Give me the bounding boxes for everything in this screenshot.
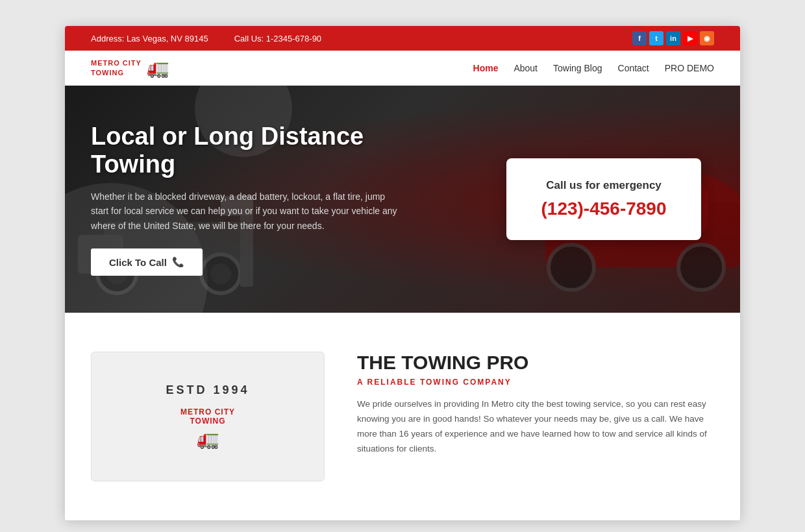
about-image-box: ESTD 1994 METRO CITY TOWING 🚛 [91, 352, 325, 481]
emergency-label: Call us for emergency [532, 179, 675, 192]
logo-text: METRO CITY TOWING [91, 58, 142, 77]
svg-point-11 [549, 245, 594, 290]
nav-home[interactable]: Home [473, 63, 499, 73]
about-logo-mini: METRO CITY TOWING 🚛 [180, 407, 235, 450]
top-bar: Address: Las Vegas, NV 89145 Call Us: 1-… [65, 26, 740, 51]
nav-blog[interactable]: Towing Blog [553, 63, 602, 73]
about-section: ESTD 1994 METRO CITY TOWING 🚛 THE TOWING… [65, 313, 740, 520]
social-links: f t in ▶ ◉ [632, 31, 714, 45]
about-description: We pride ourselves in providing In Metro… [357, 397, 714, 457]
nav-contact[interactable]: Contact [618, 63, 649, 73]
logo-truck-icon: 🚛 [147, 57, 169, 79]
emergency-card: Call us for emergency (123)-456-7890 [506, 158, 701, 240]
youtube-icon[interactable]: ▶ [683, 31, 697, 45]
svg-point-12 [678, 245, 724, 290]
nav-links: Home About Towing Blog Contact PRO DEMO [473, 63, 714, 73]
hero-content: Local or Long Distance Towing Whether it… [65, 123, 428, 276]
address-text: Address: Las Vegas, NV 89145 [91, 34, 208, 43]
nav-pro-demo[interactable]: PRO DEMO [665, 63, 714, 73]
hero-description: Whether it be a blocked driveway, a dead… [91, 189, 402, 233]
hero-section: Local or Long Distance Towing Whether it… [65, 86, 740, 313]
top-bar-left: Address: Las Vegas, NV 89145 Call Us: 1-… [91, 34, 321, 43]
call-text: Call Us: 1-2345-678-90 [234, 34, 321, 43]
twitter-icon[interactable]: t [649, 31, 663, 45]
rss-icon[interactable]: ◉ [700, 31, 714, 45]
estd-text: ESTD 1994 [166, 383, 249, 397]
linkedin-icon[interactable]: in [666, 31, 680, 45]
about-text: THE TOWING PRO A RELIABLE TOWING COMPANY… [357, 352, 714, 457]
cta-label: Click To Call [109, 257, 167, 268]
nav-about[interactable]: About [514, 63, 538, 73]
about-logo-mini-line1: METRO CITY [180, 407, 235, 417]
facebook-icon[interactable]: f [632, 31, 647, 45]
about-logo-truck-icon: 🚛 [197, 428, 219, 450]
about-subtitle: A RELIABLE TOWING COMPANY [357, 378, 714, 387]
click-to-call-button[interactable]: Click To Call 📞 [91, 248, 203, 276]
about-logo-mini-line2: TOWING [190, 417, 225, 426]
logo: METRO CITY TOWING 🚛 [91, 57, 169, 79]
nav-bar: METRO CITY TOWING 🚛 Home About Towing Bl… [65, 51, 740, 86]
phone-icon: 📞 [172, 256, 184, 268]
emergency-phone: (123)-456-7890 [532, 199, 675, 219]
browser-frame: Address: Las Vegas, NV 89145 Call Us: 1-… [65, 26, 740, 520]
about-title: THE TOWING PRO [357, 352, 714, 374]
hero-title: Local or Long Distance Towing [91, 123, 402, 179]
